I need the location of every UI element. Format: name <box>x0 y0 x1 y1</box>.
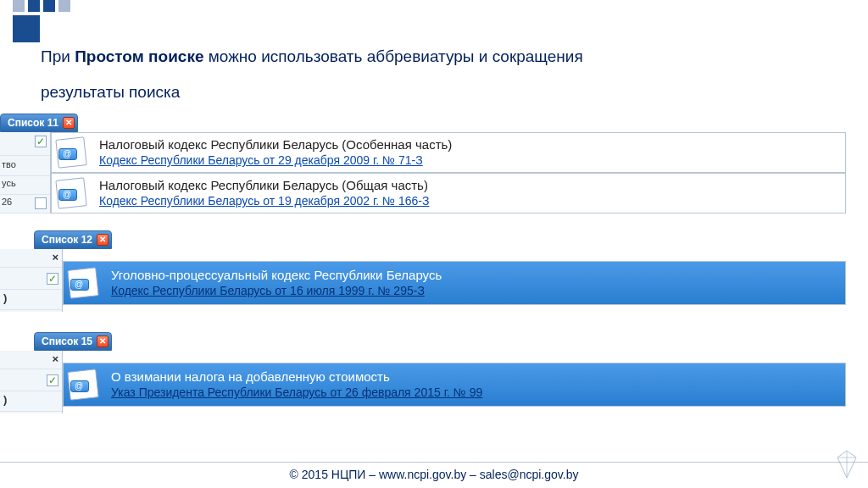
checkbox[interactable]: ✓ <box>47 374 58 386</box>
tab-label: Список 12 <box>42 234 92 246</box>
tab-list-12[interactable]: Список 12 ✕ <box>34 230 112 249</box>
close-icon[interactable]: ✕ <box>97 234 108 246</box>
frag-text: тво <box>2 159 16 169</box>
frag-text: ) <box>0 391 62 412</box>
results-block-3: Список 15 ✕ × ✓ ) @ О взимании налога на… <box>0 332 846 413</box>
logo-icon <box>834 449 860 480</box>
tab-label: Список 11 <box>8 117 58 129</box>
tab-label: Список 15 <box>42 336 92 347</box>
result-row[interactable]: @ Налоговый кодекс Республики Беларусь (… <box>51 173 846 214</box>
frag-text: усь <box>2 178 16 192</box>
footer-text: © 2015 НЦПИ – www.ncpi.gov.by – sales@nc… <box>0 462 868 481</box>
page-heading: При Простом поиске можно использовать аб… <box>41 47 834 66</box>
document-icon: @ <box>67 369 99 401</box>
frag-number: 26 <box>2 197 12 211</box>
result-link[interactable]: Кодекс Республики Беларусь от 16 июля 19… <box>111 283 838 298</box>
result-link[interactable]: Кодекс Республики Беларусь от 19 декабря… <box>99 193 838 208</box>
decoration-large-square <box>13 15 40 42</box>
document-icon: @ <box>55 177 87 209</box>
close-icon[interactable]: ✕ <box>63 117 75 129</box>
decoration-squares <box>13 0 70 12</box>
heading-post: можно использовать аббревиатуры и сокращ… <box>203 47 582 65</box>
result-title: Уголовно-процессуальный кодекс Республик… <box>111 268 838 284</box>
tab-list-11[interactable]: Список 11 ✕ <box>0 114 78 132</box>
results-block-1: Список 11 ✕ ✓ тво усь 26 . @ Налоговый к… <box>0 114 846 214</box>
tab-strip: Список 11 ✕ <box>0 114 846 132</box>
frag-text: ) <box>0 290 62 310</box>
result-row-selected[interactable]: @ О взимании налога на добавленную стоим… <box>63 363 846 407</box>
sidebar-fragment: ✓ тво усь 26 . <box>0 132 51 214</box>
sidebar-fragment: × ✓ ) <box>0 351 63 413</box>
result-link[interactable]: Указ Президента Республики Беларусь от 2… <box>111 385 838 400</box>
result-title: О взимании налога на добавленную стоимос… <box>111 369 838 385</box>
result-link[interactable]: Кодекс Республики Беларусь от 29 декабря… <box>99 152 838 168</box>
result-title: Налоговый кодекс Республики Беларусь (Ос… <box>99 137 838 153</box>
tab-list-15[interactable]: Список 15 ✕ <box>34 332 112 351</box>
heading-bold: Простом поиске <box>75 47 203 65</box>
result-row[interactable]: @ Налоговый кодекс Республики Беларусь (… <box>51 132 846 173</box>
heading-pre: При <box>41 47 75 65</box>
result-row-selected[interactable]: @ Уголовно-процессуальный кодекс Республ… <box>63 261 846 305</box>
page-subheading: результаты поиска <box>41 83 180 102</box>
checkbox[interactable]: ✓ <box>35 136 47 147</box>
tab-strip: Список 12 ✕ <box>0 230 846 249</box>
close-icon[interactable]: ✕ <box>97 336 108 347</box>
results-block-2: Список 12 ✕ × ✓ ) @ Уголовно-процессуаль… <box>0 230 846 312</box>
result-title: Налоговый кодекс Республики Беларусь (Об… <box>99 178 838 194</box>
sidebar-fragment: × ✓ ) <box>0 249 63 312</box>
document-icon: @ <box>55 136 87 169</box>
checkbox[interactable]: ✓ <box>47 273 58 285</box>
document-icon: @ <box>67 267 99 299</box>
tab-strip: Список 15 ✕ <box>0 332 846 351</box>
checkbox[interactable]: . <box>35 197 47 209</box>
